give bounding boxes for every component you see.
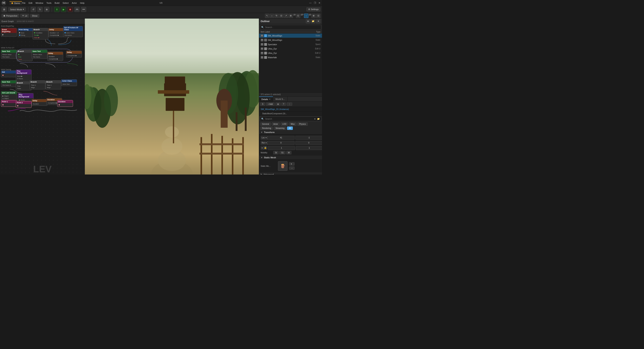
loc-y-input[interactable] [295, 136, 322, 140]
filter-rendering[interactable]: Rendering [260, 127, 273, 130]
translate-icon[interactable]: ↔ [270, 14, 274, 18]
viewport-3d[interactable] [85, 19, 259, 175]
maximize-button[interactable]: ❐ [314, 2, 316, 4]
details-more-btn[interactable]: ⋮ [287, 103, 292, 106]
scale-lock-icon[interactable]: 🔒 [264, 146, 267, 150]
details-search-bar[interactable]: 🔍 ★ 📁 [260, 117, 321, 121]
outliner-close-icon[interactable]: ✕ [316, 19, 320, 24]
filter-misc[interactable]: Misc [289, 122, 296, 126]
static-mesh-section-header[interactable]: ▼ Static Mesh [259, 156, 322, 160]
scale-dropdown[interactable]: ▾ [261, 146, 264, 150]
bp-node-savetext2[interactable]: Save Text Return Value File Name [32, 50, 47, 59]
details-save-icon[interactable]: 📁 [317, 118, 320, 120]
bp-node-delay2[interactable]: Delay Duration Completed ▶ [47, 52, 63, 61]
scale-toggle-icon[interactable]: ↔ [304, 14, 308, 18]
static-mesh-dropdown-btn[interactable]: ▾ [289, 162, 294, 166]
details-tab-world[interactable]: World S... [273, 97, 288, 102]
transform-btn-3[interactable]: ⊕ [44, 7, 49, 12]
menu-help[interactable]: Help [80, 2, 85, 4]
show-button[interactable]: Show [30, 14, 39, 18]
viewport-layout-icon[interactable]: ⊞ [311, 14, 316, 18]
angle-toggle-icon[interactable]: ⌬ [296, 14, 300, 18]
filter-physics[interactable]: Physics [297, 122, 308, 126]
outliner-item-4[interactable]: 👁 Ultra_Dyr Edit U [259, 51, 322, 55]
advanced-section-header[interactable]: ▶ Advanced [259, 172, 322, 175]
scale-x-input[interactable] [268, 146, 295, 150]
bp-node-delay1[interactable]: Delay Duration: 1.0 Completed ▶ [48, 28, 64, 37]
settings-button[interactable]: ⚙ Settings [306, 7, 320, 12]
details-help-btn[interactable]: ? [281, 103, 286, 106]
stop-button[interactable]: ⏹ [68, 7, 73, 12]
filter-streaming[interactable]: Streaming [274, 127, 286, 130]
menu-window[interactable]: Window [36, 2, 43, 4]
scale-icon[interactable]: ⊡ [279, 14, 284, 18]
outliner-vis-btn-2[interactable]: 👁 [261, 43, 264, 46]
outliner-vis-btn-4[interactable]: 👁 [261, 52, 264, 55]
demo-tab[interactable]: Demo [10, 1, 22, 5]
bp-node-beginplay[interactable]: Event BeginPlay [1, 28, 17, 37]
outliner-item-1[interactable]: 👁 SM_WoodSign Static [259, 38, 322, 42]
details-search-input[interactable] [265, 118, 313, 120]
details-tab-close[interactable]: ✕ [269, 98, 270, 100]
scale-y-input[interactable] [296, 146, 322, 150]
mobility-movable-btn[interactable]: M [286, 151, 292, 154]
select-mode-button[interactable]: Select Mode ▾ [8, 7, 26, 12]
bp-node-setall[interactable]: Set All Actors Of Class Actor Class Out … [63, 26, 83, 37]
bp-node-delay-bottom[interactable]: Delay Duration [32, 99, 47, 106]
bp-node-delay3[interactable]: Delay Completed ▶ [66, 51, 82, 58]
rot-dropdown[interactable]: Rot ▾ [261, 141, 268, 145]
mobility-stationary-btn[interactable]: S1 [280, 151, 285, 154]
menu-actor[interactable]: Actor [72, 2, 77, 4]
bp-node-branch1[interactable]: Branch Condition True ▶ False ▶ [32, 28, 48, 40]
viewport-maximize-icon[interactable]: ⊡ [316, 14, 320, 18]
transform-section-header[interactable]: ▼ Transform [259, 130, 322, 134]
toolbar-layout-icon[interactable]: ⊞ [2, 7, 7, 12]
bp-node-s3-7[interactable]: Actor Class Actor Ded [61, 79, 77, 86]
outliner-search-bar[interactable]: 🔍 [260, 25, 321, 30]
perspective-button[interactable]: ◉ Perspective [2, 14, 19, 18]
lit-button[interactable]: ☀ Lit [20, 14, 29, 18]
menu-edit[interactable]: Edit [28, 2, 32, 4]
pause-button[interactable]: ⏸ [54, 7, 60, 12]
outliner-item-3[interactable]: 👁 Ultra_Dyr Edit U [259, 47, 322, 51]
filter-general[interactable]: General [260, 122, 271, 126]
details-star-icon[interactable]: ★ [314, 118, 316, 120]
play-button[interactable]: ▶ [61, 7, 66, 12]
cursor-mode-icon[interactable]: ↖ [265, 14, 269, 18]
blueprint-canvas[interactable]: Event BeginPlay Event BeginPlay Print St… [0, 24, 85, 175]
outliner-vis-btn-3[interactable]: 👁 [261, 47, 264, 50]
bp-node-s3-2[interactable]: Play Background Music▶ In Music [16, 70, 32, 81]
bp-node-s3-1[interactable]: Get [1, 71, 17, 77]
filter-actor[interactable]: Actor [272, 122, 280, 126]
bp-node-pink2[interactable]: Point 2 [16, 101, 32, 108]
bp-node-print[interactable]: Print String Exec String [18, 28, 34, 37]
mobility-static-btn[interactable]: St [273, 151, 278, 154]
filter-lod[interactable]: LOD [280, 122, 288, 126]
bp-node-savetext1[interactable]: Save Text Return Value File Name [1, 50, 17, 59]
details-add-btn[interactable]: + Add [266, 103, 275, 106]
bp-node-pink1[interactable]: Point 1 [1, 100, 17, 107]
outliner-item-5[interactable]: 👁 Waterfalk Static [259, 55, 322, 60]
outliner-vis-btn-1[interactable]: 👁 [261, 39, 264, 42]
outliner-eye-icon[interactable]: 👁 [306, 19, 310, 24]
bp-node-pink3[interactable]: Duration [57, 100, 73, 107]
details-s-btn[interactable]: S [260, 103, 265, 106]
outliner-item-2[interactable]: 👁 Spectator Spect [259, 42, 322, 47]
rot-y-input[interactable] [295, 141, 322, 145]
gamepad-button[interactable]: 🎮 [74, 7, 80, 12]
bp-node-s3-6[interactable]: Branch Then 1 Allign [46, 80, 61, 89]
bp-node-s3-4[interactable]: Branch True False [16, 81, 32, 90]
bp-node-s3-5[interactable]: Branch Then 1 Allign [30, 80, 46, 89]
rotate-icon[interactable]: ↻ [274, 14, 279, 18]
rot-x-input[interactable] [268, 141, 294, 145]
static-mesh-nav-btn[interactable]: → [289, 166, 294, 170]
bp-node-s3-low2[interactable]: Play Background ▶ Music [18, 93, 34, 102]
menu-file[interactable]: File [22, 2, 26, 4]
details-tab-details[interactable]: Details ✕ [259, 97, 273, 102]
bp-node-branch2[interactable]: Branch True False [17, 50, 32, 61]
outliner-item-0[interactable]: 👁 SM_WoodSign Static [259, 34, 322, 38]
outliner-search-input[interactable] [265, 26, 320, 29]
menu-build[interactable]: Build [55, 2, 60, 4]
outliner-vis-btn-0[interactable]: 👁 [261, 34, 264, 37]
close-button[interactable]: ✕ [318, 2, 320, 4]
